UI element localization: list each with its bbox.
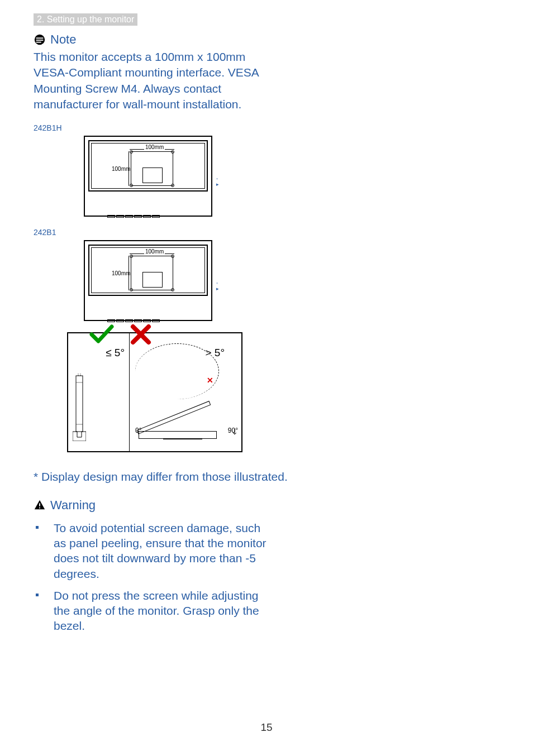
warning-item: Do not press the screen while adjusting … (34, 588, 274, 634)
warning-item-text: To avoid potential screen damage, such a… (54, 521, 266, 580)
vesa-diagram-1: 100mm 100mm ◦▸ (34, 136, 499, 217)
x-icon (130, 323, 152, 348)
dim-v-label: 100mm (112, 166, 130, 172)
svg-rect-1 (36, 37, 44, 39)
warning-header: Warning (34, 498, 499, 513)
svg-rect-8 (39, 507, 40, 508)
warning-list: To avoid potential screen damage, such a… (34, 520, 499, 634)
tilt-diagram: ≤ 5° > 5° 0° 90° ✕ (67, 332, 242, 452)
vesa-diagram-2: 100mm 100mm ◦▸ (34, 240, 499, 321)
note-body-text: This monitor accepts a 100mm x 100mm VES… (34, 49, 274, 112)
warning-icon (34, 499, 46, 511)
dim-v-label-2: 100mm (112, 270, 130, 276)
svg-rect-2 (36, 40, 44, 41)
svg-rect-4 (76, 376, 83, 432)
note-header: Note (34, 32, 499, 47)
model-label-2: 242B1 (34, 228, 499, 237)
svg-rect-3 (36, 42, 41, 43)
model-label-1: 242B1H (34, 123, 499, 132)
svg-rect-7 (39, 503, 40, 506)
warning-item: To avoid potential screen damage, such a… (34, 520, 274, 581)
dim-h-label-2: 100mm (144, 248, 165, 255)
section-header: 2. Setting up the monitor (34, 13, 137, 26)
tilt-ok-label: ≤ 5° (106, 347, 125, 359)
x-small-icon: ✕ (207, 376, 213, 385)
warning-title: Warning (50, 498, 96, 513)
warning-item-text: Do not press the screen while adjusting … (54, 589, 259, 633)
bullet-icon (36, 594, 39, 596)
checkmark-icon (89, 323, 114, 348)
bullet-icon (36, 526, 39, 529)
dim-h-label: 100mm (144, 144, 165, 150)
note-title: Note (50, 32, 76, 47)
note-icon (34, 34, 46, 46)
disclaimer-text: * Display design may differ from those i… (34, 469, 499, 484)
page-number: 15 (260, 721, 272, 734)
